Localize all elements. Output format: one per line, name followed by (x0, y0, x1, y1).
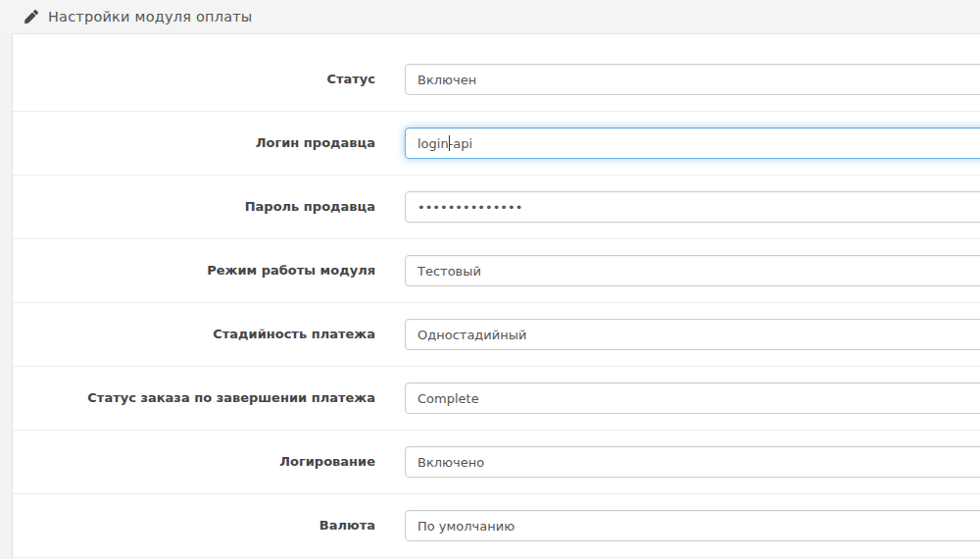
input-wrap (405, 191, 980, 223)
status-select[interactable] (405, 64, 980, 95)
page-title: Настройки модуля оплаты (48, 9, 253, 25)
module-mode-label: Режим работы модуля (13, 263, 375, 279)
order-status-select[interactable] (405, 382, 980, 414)
status-label: Статус (13, 72, 375, 87)
text-cursor (449, 135, 450, 151)
form-row-logging: Логирование (13, 431, 980, 494)
input-wrap (405, 446, 980, 478)
logging-label: Логирование (13, 454, 375, 470)
form-row-payment-stage: Стадийность платежа (13, 303, 980, 367)
merchant-login-label: Логин продавца (13, 135, 375, 151)
merchant-password-input[interactable] (405, 191, 980, 223)
form-row-status: Статус (13, 48, 980, 112)
currency-select[interactable] (405, 510, 980, 541)
order-status-label: Статус заказа по завершении платежа (13, 390, 375, 406)
currency-label: Валюта (13, 518, 375, 534)
input-wrap (405, 319, 980, 350)
payment-stage-select[interactable] (405, 319, 980, 350)
merchant-password-label: Пароль продавца (13, 199, 375, 215)
input-wrap (405, 510, 980, 541)
input-wrap (405, 127, 980, 159)
form-row-module-mode: Режим работы модуля (13, 239, 980, 303)
pencil-icon (24, 10, 38, 24)
settings-form: Статус Логин продавца Пароль продавца Ре… (13, 48, 980, 558)
panel-heading: Настройки модуля оплаты (0, 0, 980, 33)
form-row-merchant-login: Логин продавца (13, 112, 980, 176)
form-row-order-status: Статус заказа по завершении платежа (13, 367, 980, 431)
payment-stage-label: Стадийность платежа (13, 327, 375, 342)
input-wrap (405, 64, 980, 95)
settings-panel: Статус Логин продавца Пароль продавца Ре… (12, 33, 980, 559)
form-row-merchant-password: Пароль продавца (13, 176, 980, 239)
logging-select[interactable] (405, 446, 980, 478)
form-row-currency: Валюта (13, 494, 980, 558)
input-wrap (405, 255, 980, 286)
input-wrap (405, 382, 980, 414)
module-mode-select[interactable] (405, 255, 980, 286)
merchant-login-input[interactable] (405, 127, 980, 159)
